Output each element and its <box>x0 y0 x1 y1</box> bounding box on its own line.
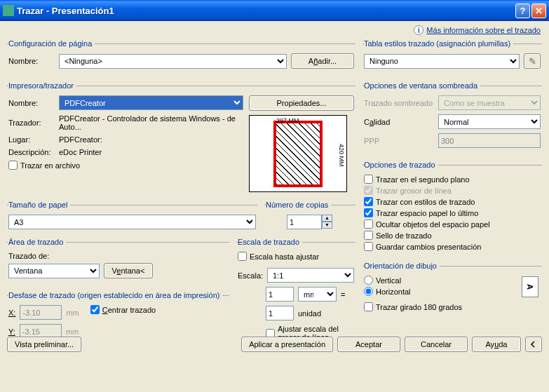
quality-label: Calidad <box>364 118 434 126</box>
hide-checkbox[interactable] <box>364 219 373 229</box>
area-sub-label: Trazado de: <box>8 252 228 260</box>
trazar-archivo-checkbox[interactable] <box>8 161 18 170</box>
bg-checkbox[interactable] <box>364 175 373 184</box>
y-unit: mm <box>66 327 79 336</box>
page-name-label: Nombre: <box>8 57 55 65</box>
properties-button[interactable]: Propiedades... <box>249 95 354 111</box>
scale-num2-input[interactable] <box>266 306 294 320</box>
preview-height: 420 MM <box>338 144 345 167</box>
printer-name-select[interactable]: PDFCreator <box>59 95 243 110</box>
paper-size-select[interactable]: A3 <box>8 215 256 229</box>
more-info-link[interactable]: Más información sobre el trazado <box>426 26 541 34</box>
edit-style-button[interactable] <box>524 53 541 69</box>
add-button[interactable]: Añadir... <box>291 53 354 69</box>
shaded-group: Opciones de ventana sombreada Trazado so… <box>362 81 542 156</box>
window-title: Trazar - Presentación1 <box>17 6 514 16</box>
fit-label: Escala hasta ajustar <box>250 252 319 261</box>
printer-group: Impresora/trazador Nombre: PDFCreator Tr… <box>7 81 355 196</box>
preview-button[interactable]: Vista preliminar... <box>7 337 81 352</box>
plot-area-group: Área de trazado Trazado de: Ventana Vent… <box>7 238 229 287</box>
scale-select[interactable]: 1:1 <box>267 268 354 283</box>
trazar-archivo-label: Trazar en archivo <box>20 161 80 170</box>
x-input <box>20 305 62 320</box>
rotate-checkbox[interactable] <box>364 302 373 311</box>
titlebar-help-button[interactable]: ? <box>515 4 530 18</box>
paper-preview: 297 MM 420 MM <box>249 115 347 192</box>
scale-label: Escala: <box>238 271 263 280</box>
copies-down[interactable]: ▼ <box>322 222 332 229</box>
vertical-radio[interactable] <box>364 276 373 285</box>
copies-up[interactable]: ▲ <box>322 215 332 222</box>
page-name-select[interactable]: <Ninguna> <box>59 54 287 69</box>
shade-label: Trazado sombreado <box>364 99 434 107</box>
orientation-icon: A <box>522 276 538 297</box>
printer-name-label: Nombre: <box>8 99 55 107</box>
scale-group: Escala de trazado Escala hasta ajustar E… <box>236 238 355 348</box>
area-legend: Área de trazado <box>8 238 66 246</box>
horizontal-radio[interactable] <box>364 287 373 296</box>
titlebar: Trazar - Presentación1 ? ✕ <box>0 0 549 21</box>
trazador-value: PDFCreator - Controlador de sistema Wind… <box>59 114 243 131</box>
orient-legend: Orientación de dibujo <box>364 262 440 270</box>
apply-layout-button[interactable]: Aplicar a presentación <box>241 337 333 352</box>
desc-value: eDoc Printer <box>59 148 102 156</box>
page-setup-legend: Configuración de página <box>8 39 95 48</box>
scale-unit-select[interactable]: mm <box>298 287 337 302</box>
shade-select: Como se muestra <box>438 95 541 110</box>
help-button[interactable]: Ayuda <box>472 337 521 352</box>
styles-checkbox[interactable] <box>364 197 373 206</box>
ppp-label: PPP <box>364 137 434 145</box>
style-table-select[interactable]: Ninguno <box>364 54 520 69</box>
space-checkbox[interactable] <box>364 208 373 217</box>
copies-input[interactable] <box>287 215 322 229</box>
save-checkbox[interactable] <box>364 242 373 251</box>
plot-opts-legend: Opciones de trazado <box>364 161 438 169</box>
lw-checkbox <box>364 186 373 195</box>
stamp-checkbox[interactable] <box>364 231 373 240</box>
desc-label: Descripción: <box>8 148 55 156</box>
lugar-label: Lugar: <box>8 135 55 144</box>
ok-button[interactable]: Aceptar <box>337 337 400 352</box>
style-table-group: Tabla estilos trazado (asignación plumil… <box>362 39 542 77</box>
x-unit: mm <box>66 309 79 317</box>
center-label: Centrar trazado <box>102 306 156 314</box>
orientation-group: Orientación de dibujo Vertical Horizonta… <box>362 262 542 318</box>
lugar-value: PDFCreator: <box>59 135 102 144</box>
fit-checkbox[interactable] <box>238 252 247 261</box>
scale-legend: Escala de trazado <box>238 238 302 246</box>
preview-width: 297 MM <box>276 117 299 124</box>
quality-select[interactable]: Normal <box>438 114 541 129</box>
ppp-input <box>438 133 541 148</box>
scale-num1-input[interactable] <box>266 287 294 302</box>
info-icon: i <box>414 25 423 35</box>
chevron-left-icon <box>530 341 537 348</box>
preview-rect <box>273 121 323 187</box>
titlebar-close-button[interactable]: ✕ <box>531 4 546 18</box>
copies-legend: Número de copias <box>266 201 331 209</box>
y-label: Y: <box>8 327 15 336</box>
plot-options-group: Opciones de trazado Trazar en el segundo… <box>362 161 542 257</box>
shaded-legend: Opciones de ventana sombreada <box>364 81 480 90</box>
center-checkbox[interactable] <box>90 305 100 314</box>
scale-eq: = <box>341 290 345 299</box>
printer-legend: Impresora/trazador <box>8 81 76 90</box>
trazador-label: Trazador: <box>8 119 55 127</box>
offset-legend: Desfase de trazado (origen establecido e… <box>8 291 222 299</box>
styles-legend: Tabla estilos trazado (asignación plumil… <box>364 39 513 48</box>
expand-button[interactable] <box>525 337 542 352</box>
page-setup-group: Configuración de página Nombre: <Ninguna… <box>7 39 355 77</box>
scale-unit2: unidad <box>298 309 321 318</box>
paper-size-group: Tamaño de papel A3 <box>7 201 257 234</box>
plot-area-select[interactable]: Ventana <box>8 264 100 278</box>
x-label: X: <box>8 309 15 317</box>
window-button[interactable]: Ventana< <box>104 263 153 278</box>
copies-group: Número de copias ▲▼ <box>264 201 355 234</box>
cancel-button[interactable]: Cancelar <box>405 337 468 352</box>
paper-legend: Tamaño de papel <box>8 201 70 209</box>
app-icon <box>3 5 14 16</box>
